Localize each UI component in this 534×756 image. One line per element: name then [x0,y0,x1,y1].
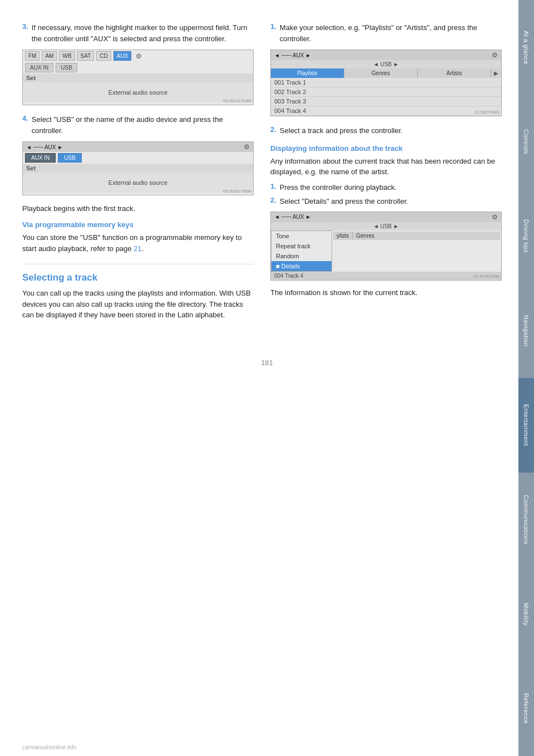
track-row-4[interactable]: 004 Track 4 [271,106,501,116]
usb-row-4: ◄ USB ► [271,222,501,230]
aux-in-btn[interactable]: AUX IN [25,153,56,163]
fm-button-row: FM AM WB SAT CD AUX ⚙ [23,50,253,62]
display-step-2-num: 2. [270,196,276,207]
display-step-2-block: 2. Select "Details" and press the contro… [270,196,502,207]
track-row-2[interactable]: 002 Track 2 [271,87,501,97]
step-3-number: 3. [22,22,28,44]
track-row-3[interactable]: 003 Track 3 [271,97,501,106]
playlist-tabs-header: Playlists Genres Artists ▶ [271,68,501,78]
usb-btn-active[interactable]: USB [58,153,82,163]
screen4-top-text: ◄ ╌╌╌ AUX ► [274,214,311,220]
screen3-top-row: ◄ ╌╌╌ AUX ► ⚙ [271,50,501,60]
partial-content: ylists Genres [332,230,501,272]
right-step-2-block: 2. Select a track and press the controll… [270,125,502,136]
gear-icon-4: ⚙ [492,213,498,221]
screen2-top-text: ◄ ╌╌╌ AUX ► [26,144,63,150]
screen4-top-row: ◄ ╌╌╌ AUX ► ⚙ [271,212,501,222]
selecting-track-title: Selecting a track [22,264,254,283]
right-step-1-text: Make your selection, e.g. "Playlists" or… [280,22,502,44]
screen4-body: Tone Repeat track Random ■ Details ylist… [271,230,501,272]
menu-tone[interactable]: Tone [271,231,332,241]
tab-artists[interactable]: Artists [418,68,491,78]
step-3-text: If necessary, move the highlight marker … [32,22,254,44]
tab-playlists[interactable]: Playlists [271,68,344,78]
gear-icon-3: ⚙ [492,51,498,59]
partial-tab-genres: Genres [353,232,378,240]
cd-btn[interactable]: CD [96,51,111,61]
tab-navigation[interactable]: Navigation [518,283,534,378]
right-step-1-number: 1. [270,22,276,44]
screen3-top-text: ◄ ╌╌╌ AUX ► [274,52,311,58]
displaying-heading: Displaying information about the track [270,144,502,153]
tab-entertainment[interactable]: Entertainment [518,378,534,473]
aux-in-label: AUX IN [25,63,53,72]
menu-random[interactable]: Random [271,251,332,261]
via-heading: Via programmable memory keys [22,220,254,229]
right-column: 1. Make your selection, e.g. "Playlists"… [270,22,502,325]
playback-note: Playback begins with the first track. [22,204,254,213]
screen2-top-row: ◄ ╌╌╌ AUX ► ⚙ [23,142,253,152]
aux-usb-row: AUX IN USB [23,62,253,73]
display-step-1-num: 1. [270,182,276,193]
step-4-block: 4. Select "USB" or the name of the audio… [22,114,254,195]
screen-usb-selected: ◄ ╌╌╌ AUX ► ⚙ AUX IN USB Set External au… [22,141,254,195]
aux-btn-active[interactable]: AUX [113,51,132,61]
right-step-2-number: 2. [270,125,276,136]
step-4-text: Select "USB" or the name of the audio de… [32,114,254,136]
partial-tab-ylists: ylists [333,232,353,240]
via-text: You can store the "USB" function on a pr… [22,233,242,253]
screen2-ref: 03.5US170SN [223,189,251,194]
selecting-track-body: You can call up the tracks using the pla… [22,288,254,321]
partial-tabs: ylists Genres [333,232,500,240]
screen-aux-selected: FM AM WB SAT CD AUX ⚙ AUX IN USB Set Ext… [22,50,254,105]
page-number: 181 [0,359,534,378]
right-step-2-text: Select a track and press the controller. [280,125,403,136]
external-audio-source-2: External audio source [23,173,253,193]
screen3-ref: 12.5d170aSI [474,110,500,115]
usb-label-top: USB [56,63,77,72]
left-column: 3. If necessary, move the highlight mark… [22,22,254,325]
display-step-1-block: 1. Press the controller during playback. [270,182,502,193]
tab-reference[interactable]: Reference [518,661,534,756]
context-menu: Tone Repeat track Random ■ Details [271,230,332,272]
external-audio-source-1: External audio source [23,82,253,102]
tab-driving-tips[interactable]: Driving tips [518,189,534,284]
right-arrow: ▶ [491,68,501,78]
set-row-1: Set [23,73,253,82]
footer-logo: carmanualsonline.info [22,744,76,750]
screen4-ref: 12.5CH1706I [473,274,500,279]
step-3-block: 3. If necessary, move the highlight mark… [22,22,254,105]
displaying-body: Any information about the current track … [270,156,502,178]
step-4-number: 4. [22,114,28,136]
via-period: . [142,244,144,253]
menu-details[interactable]: ■ Details [271,261,332,271]
bottom-track-row: 004 Track 4 [271,272,501,280]
tab-communications[interactable]: Communications [518,473,534,567]
screen-playlist: ◄ ╌╌╌ AUX ► ⚙ ◄ USB ► Playlists Genres A… [270,50,502,116]
display-step-2-text: Select "Details" and press the controlle… [280,196,408,207]
am-btn[interactable]: AM [42,51,57,61]
wb-btn[interactable]: WB [59,51,75,61]
main-content: 3. If necessary, move the highlight mark… [0,0,518,347]
track-row-1[interactable]: 001 Track 1 [271,78,501,87]
display-step-1-text: Press the controller during playback. [280,182,397,193]
fm-btn[interactable]: FM [25,51,39,61]
gear-icon-2: ⚙ [244,143,250,151]
usb-row-3: ◄ USB ► [271,60,501,68]
aux-usb-row-2: AUX IN USB [23,152,253,164]
sat-btn[interactable]: SAT [77,51,95,61]
tab-mobility[interactable]: Mobility [518,567,534,662]
screen1-ref: 03.5CH1704N [223,99,251,104]
tab-genres[interactable]: Genres [344,68,418,78]
info-note: The information is shown for the current… [270,287,502,298]
right-step-1-block: 1. Make your selection, e.g. "Playlists"… [270,22,502,116]
screen-details-menu: ◄ ╌╌╌ AUX ► ⚙ ◄ USB ► Tone Repeat track … [270,212,502,281]
tab-controls[interactable]: Controls [518,95,534,189]
via-body: You can store the "USB" function on a pr… [22,232,254,254]
via-page-link[interactable]: 21 [134,244,141,253]
tab-at-a-glance[interactable]: At a glance [518,0,534,95]
gear-icon: ⚙ [136,52,142,60]
tab-bar: At a glance Controls Driving tips Naviga… [518,0,534,756]
set-row-2: Set [23,164,253,173]
menu-repeat-track[interactable]: Repeat track [271,241,332,251]
